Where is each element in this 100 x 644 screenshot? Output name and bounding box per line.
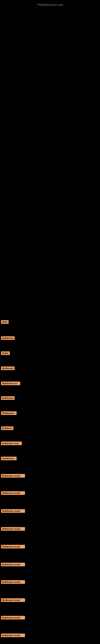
list-item: Bottleneck result [1,527,25,531]
list-item: Bottleneck res [1,381,20,385]
bottleneck-result-label[interactable]: Bottleneck result [1,474,25,478]
bottleneck-result-label[interactable]: Bottleneck result [1,563,25,566]
list-item: Bottleneck result [1,562,25,566]
site-title: TheBottlenecker.com [0,2,100,8]
list-item: Bottleneck result [1,474,25,478]
list-item: Bottl [1,320,9,324]
list-item: Bottleneck result [1,598,25,602]
list-item: Bottleneck resu [1,441,22,445]
bottleneck-result-label[interactable]: Bottleneck result [1,509,25,513]
bottleneck-result-label[interactable]: Bottleneck result [1,580,25,584]
list-item: Bottleneck result [1,633,25,637]
bottleneck-result-label[interactable]: Bottleneck result [1,598,25,602]
bottleneck-result-label[interactable]: Bottleneck [1,366,15,370]
list-item: Bottleneck r [1,411,17,415]
list-item: Bottleneck r [1,456,17,460]
bottleneck-result-label[interactable]: Bottleneck r [1,457,17,460]
bottleneck-result-label[interactable]: Bottleneck resu [1,442,22,445]
list-item: Bottleneck result [1,509,25,513]
bottleneck-result-label[interactable]: Bottleneck res [1,382,20,385]
list-item: Bottleneck result [1,544,25,548]
bottleneck-result-label[interactable]: Bottleneck result [1,545,25,548]
list-item: Bottleneck [1,396,15,400]
list-item: Bottle [1,351,10,355]
list-item: Bottleneck [1,366,15,370]
bottleneck-result-label[interactable]: Bottle [1,352,10,355]
bottleneck-result-label[interactable]: Bottleneck result [1,616,25,620]
bottleneck-result-label[interactable]: Bottleneck result [1,527,25,531]
list-item: Bottleneck result [1,491,25,495]
bottleneck-result-label[interactable]: Bottlenec [1,426,13,430]
list-item: Bottleneck result [1,616,25,620]
bottleneck-result-label[interactable]: Bottleneck result [1,634,25,637]
list-item: Bottleneck result [1,580,25,584]
list-item: Bottlenec [1,426,13,430]
bottleneck-result-label[interactable]: Bottleneck [1,336,15,340]
bottleneck-result-label[interactable]: Bottl [1,320,9,324]
bottleneck-result-label[interactable]: Bottleneck [1,396,15,400]
list-item: Bottleneck [1,336,15,340]
bottleneck-result-label[interactable]: Bottleneck r [1,411,17,415]
bottleneck-result-label[interactable]: Bottleneck result [1,491,25,495]
